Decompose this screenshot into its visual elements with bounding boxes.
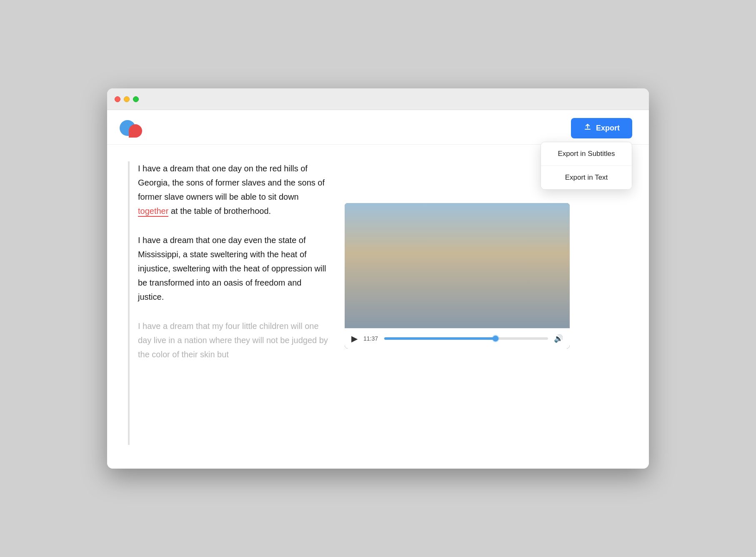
transcript-panel: I have a dream that one day on the red h…: [128, 161, 345, 445]
video-container: ▶ 11:37 🔊: [345, 203, 570, 349]
transcript-paragraph-2: I have a dream that one day even the sta…: [138, 233, 328, 304]
export-subtitles-option[interactable]: Export in Subtitles: [541, 142, 632, 166]
highlighted-word-together: together: [138, 206, 168, 217]
app-window: Export Export in Subtitles Export in Tex…: [107, 88, 649, 469]
volume-icon[interactable]: 🔊: [554, 334, 563, 343]
transcript-text-p3: I have a dream that my four little child…: [138, 321, 328, 359]
transcript-paragraph-1: I have a dream that one day on the red h…: [138, 161, 328, 218]
export-button-label: Export: [596, 124, 620, 133]
transcript-text-p1-before: I have a dream that one day on the red h…: [138, 164, 325, 201]
app-logo: [120, 118, 145, 138]
progress-fill: [384, 337, 496, 340]
export-button[interactable]: Export: [571, 118, 632, 138]
transcript-text-p1-after: at the table of brotherhood.: [168, 206, 271, 216]
export-dropdown: Export in Subtitles Export in Text: [541, 142, 632, 190]
logo-bubble-right: [129, 124, 142, 138]
video-panel: ▶ 11:37 🔊: [345, 203, 570, 445]
transcript-paragraph-3: I have a dream that my four little child…: [138, 319, 328, 361]
video-scene: [345, 203, 570, 328]
export-upload-icon: [583, 123, 592, 133]
progress-bar[interactable]: [384, 337, 548, 340]
minimize-button[interactable]: [124, 96, 130, 102]
close-button[interactable]: [115, 96, 120, 102]
main-area: I have a dream that one day on the red h…: [107, 145, 649, 462]
transcript-text-p2: I have a dream that one day even the sta…: [138, 236, 326, 301]
svg-rect-0: [585, 129, 591, 130]
app-header: Export Export in Subtitles Export in Tex…: [107, 110, 649, 145]
video-controls: ▶ 11:37 🔊: [345, 328, 570, 349]
transcript-text: I have a dream that one day on the red h…: [138, 161, 328, 361]
current-time: 11:37: [363, 335, 378, 342]
play-button[interactable]: ▶: [351, 334, 358, 344]
video-frame[interactable]: [345, 203, 570, 328]
scene-background: [345, 203, 570, 328]
export-text-option[interactable]: Export in Text: [541, 166, 632, 189]
traffic-lights: [115, 96, 139, 102]
progress-thumb[interactable]: [493, 336, 498, 341]
app-content: Export Export in Subtitles Export in Tex…: [107, 110, 649, 469]
play-icon: ▶: [351, 334, 358, 343]
titlebar: [107, 88, 649, 110]
maximize-button[interactable]: [133, 96, 139, 102]
